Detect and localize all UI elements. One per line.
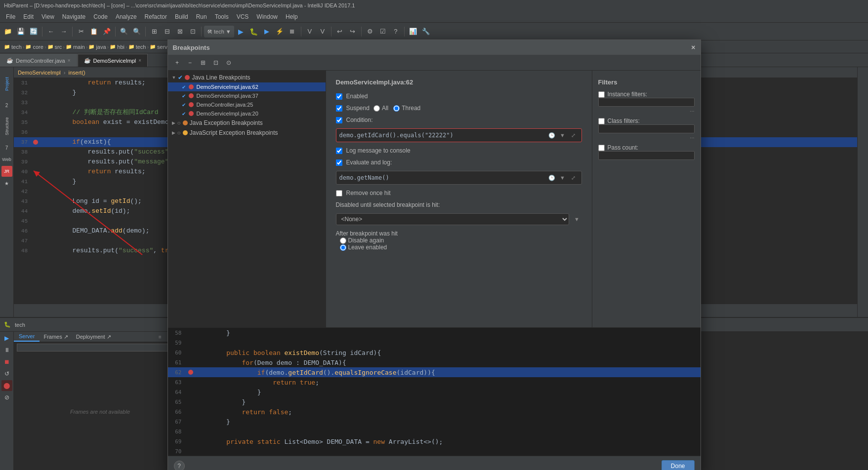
enabled-label: Enabled: [346, 93, 368, 100]
pass-count-checkbox[interactable]: [598, 145, 605, 151]
bp-orange-dot-icon: [183, 120, 188, 125]
dlg-line-70: 70: [168, 446, 701, 456]
filters-title: Filters: [598, 78, 695, 86]
bp-item-25[interactable]: ✔ DemoController.java:25: [168, 100, 326, 109]
pass-count-row: Pass count:: [598, 144, 695, 160]
dlg-copy-btn[interactable]: ⊞: [198, 57, 208, 68]
enabled-row: Enabled: [336, 93, 582, 100]
disable-again-option[interactable]: Disable again: [340, 237, 582, 244]
log-message-label: Log message to console: [346, 147, 411, 154]
instance-filters-label-row: Instance filters:: [598, 91, 695, 98]
dlg-remove-btn[interactable]: −: [185, 57, 196, 68]
dialog-body: ▼ ✔ Java Line Breakpoints ✔ DemoServiceI…: [168, 71, 701, 327]
bp-red-dot-icon: [189, 84, 194, 89]
dlg-add-btn[interactable]: +: [172, 57, 183, 68]
leave-enabled-label: Leave enabled: [348, 244, 387, 251]
evaluate-expand-btn[interactable]: ⤢: [569, 173, 579, 183]
condition-checkbox[interactable]: [336, 117, 342, 123]
dlg-line-61: 61 for(Demo demo : DEMO_DATA){: [168, 357, 701, 367]
thread-label: Thread: [402, 105, 420, 112]
evaluate-history-btn[interactable]: 🕒: [547, 173, 557, 183]
dlg-line-62: 62 if(demo.getIdCard().equalsIgnoreCase(…: [168, 367, 701, 377]
bp-item-62[interactable]: ✔ DemoServiceImpl.java:62: [168, 82, 326, 91]
evaluate-checkbox[interactable]: [336, 159, 342, 166]
remove-once-label: Remove once hit: [346, 190, 391, 196]
all-label: All: [382, 105, 388, 112]
class-filters-row: Class filters: ...: [598, 118, 695, 139]
dialog-done-btn[interactable]: Done: [661, 460, 695, 470]
class-filters-input[interactable]: [598, 124, 695, 133]
pass-count-input[interactable]: [598, 151, 695, 160]
pass-count-label: Pass count:: [608, 144, 639, 151]
dialog-overlay: Breakpoints × + − ⊞ ⊡ ⊙ ▼ ✔ Java Line B: [0, 0, 868, 470]
thread-option[interactable]: Thread: [393, 105, 420, 112]
dlg-line-68: 68: [168, 427, 701, 436]
bp-dot-icon: [185, 75, 190, 80]
enabled-checkbox[interactable]: [336, 93, 342, 100]
after-label: After breakpoint was hit: [336, 230, 398, 237]
disabled-until-label: Disabled until selected breakpoint is hi…: [336, 201, 440, 208]
dlg-line-67: 67 }: [168, 417, 701, 427]
bp-group-java-line-header[interactable]: ▼ ✔ Java Line Breakpoints: [168, 73, 326, 82]
all-option[interactable]: All: [373, 105, 388, 112]
disable-again-radio[interactable]: [340, 237, 346, 244]
evaluate-actions: 🕒 ▼ ⤢: [547, 173, 579, 183]
dialog-title-text: Breakpoints: [173, 44, 210, 51]
instance-filters-input[interactable]: [598, 98, 695, 107]
bp-red-dot-icon-20: [189, 111, 194, 116]
chevron-down-icon: ▼: [172, 75, 176, 80]
all-radio[interactable]: [373, 105, 380, 112]
bp-red-dot-icon-37: [189, 93, 194, 98]
suspend-checkbox[interactable]: [336, 105, 342, 112]
class-filters-checkbox[interactable]: [598, 118, 605, 124]
bp-item-37[interactable]: ✔ DemoServiceImpl.java:37: [168, 91, 326, 100]
dlg-line-64: 64 }: [168, 387, 701, 397]
condition-input[interactable]: [339, 132, 544, 139]
dlg-enable-btn[interactable]: ⊙: [223, 57, 234, 68]
condition-history-btn[interactable]: 🕒: [547, 130, 557, 140]
suspend-label: Suspend: [346, 105, 370, 112]
suspend-row: Suspend All Thread: [336, 105, 582, 112]
instance-filters-checkbox[interactable]: [598, 91, 605, 98]
filters-panel: Filters Instance filters: ... Class filt…: [592, 71, 701, 327]
dlg-group-btn[interactable]: ⊡: [210, 57, 221, 68]
dialog-toolbar: + − ⊞ ⊡ ⊙: [168, 55, 701, 71]
disable-again-label: Disable again: [348, 237, 384, 244]
leave-enabled-radio[interactable]: [340, 244, 346, 251]
bp-code-view: 58 } 59 60 public boolean existDemo(Stri…: [168, 327, 701, 456]
dlg-line-65: 65 }: [168, 397, 701, 407]
condition-expand-btn[interactable]: ⤢: [569, 130, 579, 140]
none-dropdown-btn[interactable]: ▼: [572, 214, 582, 224]
thread-radio[interactable]: [393, 105, 400, 112]
evaluate-row: Evaluate and log:: [336, 159, 582, 166]
log-message-checkbox[interactable]: [336, 148, 342, 154]
log-message-row: Log message to console: [336, 147, 582, 154]
none-select[interactable]: <None>: [336, 213, 569, 225]
bp-group-java-exception-header[interactable]: ▶ ○ Java Exception Breakpoints: [168, 118, 326, 128]
bp-item-20[interactable]: ✔ DemoServiceImpl.java:20: [168, 109, 326, 118]
dialog-help-btn[interactable]: ?: [174, 461, 185, 470]
instance-filters-row: Instance filters: ...: [598, 91, 695, 113]
remove-once-checkbox[interactable]: [336, 190, 342, 196]
condition-row: Condition:: [336, 117, 582, 123]
chevron-right-icon-2: ▶: [172, 130, 175, 135]
dialog-close-btn[interactable]: ×: [691, 43, 695, 51]
bp-group-java-line-label: Java Line Breakpoints: [192, 74, 250, 81]
evaluate-dropdown-btn[interactable]: ▼: [558, 173, 568, 183]
bp-group-js-exception-header[interactable]: ▶ ○ JavaScript Exception Breakpoints: [168, 128, 326, 138]
evaluate-input[interactable]: [339, 174, 544, 181]
condition-dropdown-btn[interactable]: ▼: [558, 130, 568, 140]
remove-once-row: Remove once hit: [336, 190, 582, 196]
dialog-title-bar[interactable]: Breakpoints ×: [168, 40, 701, 55]
bp-details-header: DemoServiceImpl.java:62: [336, 78, 582, 86]
dlg-line-69: 69 private static List<Demo> DEMO_DATA =…: [168, 436, 701, 446]
condition-label: Condition:: [346, 117, 373, 123]
condition-input-row: 🕒 ▼ ⤢: [336, 128, 582, 142]
dlg-line-60: 60 public boolean existDemo(String idCar…: [168, 348, 701, 357]
leave-enabled-option[interactable]: Leave enabled: [340, 244, 582, 251]
disabled-until-row: Disabled until selected breakpoint is hi…: [336, 201, 582, 208]
class-filters-more[interactable]: ...: [598, 133, 695, 139]
evaluate-label: Evaluate and log:: [346, 159, 392, 166]
instance-filters-more[interactable]: ...: [598, 107, 695, 113]
suspend-options: All Thread: [373, 105, 420, 112]
